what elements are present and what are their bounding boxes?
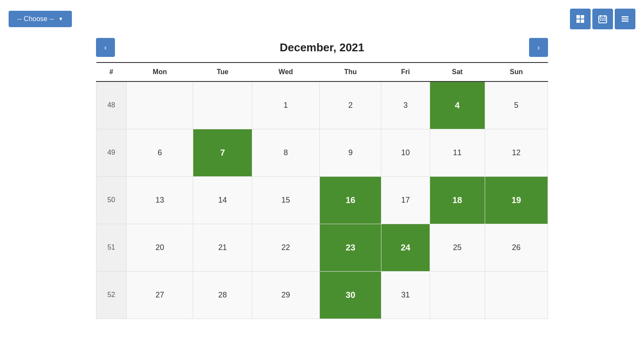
- month-nav: ‹ December, 2021 ›: [96, 38, 548, 57]
- col-header-wed: Wed: [252, 63, 320, 81]
- prev-icon: ‹: [104, 43, 107, 52]
- calendar-cell[interactable]: 10: [381, 129, 430, 176]
- calendar-cell[interactable]: 18: [430, 176, 485, 224]
- calendar-cell[interactable]: 16: [320, 176, 381, 224]
- calendar-cell: [193, 81, 252, 129]
- list-view-button[interactable]: [615, 9, 635, 29]
- calendar-cell[interactable]: 4: [430, 81, 485, 129]
- calendar-cell[interactable]: 28: [193, 271, 252, 319]
- week-number: 48: [96, 81, 127, 129]
- month-title: December, 2021: [280, 41, 365, 54]
- svg-rect-8: [600, 19, 601, 21]
- prev-month-button[interactable]: ‹: [96, 38, 115, 57]
- calendar-cell[interactable]: 6: [127, 129, 193, 176]
- calendar-cell[interactable]: 12: [485, 129, 548, 176]
- svg-rect-10: [604, 19, 606, 21]
- calendar-cell[interactable]: 1: [252, 81, 320, 129]
- week-number: 50: [96, 176, 127, 224]
- calendar-icon: [598, 14, 607, 24]
- calendar-cell[interactable]: 29: [252, 271, 320, 319]
- svg-rect-9: [602, 19, 604, 21]
- calendar-cell[interactable]: 20: [127, 224, 193, 271]
- col-header-sun: Sun: [485, 63, 548, 81]
- calendar-table: #MonTueWedThuFriSatSun 48123454967891011…: [96, 62, 548, 319]
- svg-rect-0: [576, 15, 580, 19]
- choose-label: -- Choose --: [17, 15, 54, 23]
- calendar-cell[interactable]: 23: [320, 224, 381, 271]
- col-header-mon: Mon: [127, 63, 193, 81]
- week-number: 49: [96, 129, 127, 176]
- calendar-view-button[interactable]: [592, 9, 613, 29]
- grid-view-button[interactable]: [570, 9, 591, 29]
- next-month-button[interactable]: ›: [529, 38, 548, 57]
- calendar-row: 5013141516171819: [96, 176, 548, 224]
- calendar-cell[interactable]: 13: [127, 176, 193, 224]
- calendar-wrapper: ‹ December, 2021 › #MonTueWedThuFriSatSu…: [96, 38, 548, 319]
- calendar-cell[interactable]: 17: [381, 176, 430, 224]
- choose-button[interactable]: -- Choose -- ▼: [9, 11, 72, 27]
- calendar-cell[interactable]: 5: [485, 81, 548, 129]
- calendar-cell[interactable]: 7: [193, 129, 252, 176]
- calendar-cell[interactable]: 30: [320, 271, 381, 319]
- calendar-row: 496789101112: [96, 129, 548, 176]
- calendar-cell: [485, 271, 548, 319]
- calendar-cell[interactable]: 21: [193, 224, 252, 271]
- next-icon: ›: [537, 43, 540, 52]
- calendar-row: 522728293031: [96, 271, 548, 319]
- list-icon: [620, 14, 630, 24]
- calendar-cell[interactable]: 27: [127, 271, 193, 319]
- calendar-cell[interactable]: 11: [430, 129, 485, 176]
- calendar-header-row: #MonTueWedThuFriSatSun: [96, 63, 548, 81]
- calendar-cell[interactable]: 19: [485, 176, 548, 224]
- calendar-cell[interactable]: 15: [252, 176, 320, 224]
- col-header-fri: Fri: [381, 63, 430, 81]
- svg-rect-3: [581, 19, 584, 23]
- chevron-down-icon: ▼: [58, 16, 63, 22]
- calendar-cell[interactable]: 31: [381, 271, 430, 319]
- calendar-cell[interactable]: 26: [485, 224, 548, 271]
- calendar-cell: [127, 81, 193, 129]
- calendar-cell[interactable]: 3: [381, 81, 430, 129]
- calendar-cell: [430, 271, 485, 319]
- calendar-cell[interactable]: 22: [252, 224, 320, 271]
- calendar-row: 5120212223242526: [96, 224, 548, 271]
- view-buttons: [570, 9, 635, 29]
- svg-rect-1: [581, 15, 584, 19]
- calendar-row: 4812345: [96, 81, 548, 129]
- grid-icon: [576, 14, 585, 24]
- calendar-cell[interactable]: 14: [193, 176, 252, 224]
- calendar-cell[interactable]: 2: [320, 81, 381, 129]
- week-number: 52: [96, 271, 127, 319]
- col-header-#: #: [96, 63, 127, 81]
- col-header-sat: Sat: [430, 63, 485, 81]
- svg-rect-2: [576, 19, 580, 23]
- calendar-cell[interactable]: 9: [320, 129, 381, 176]
- col-header-tue: Tue: [193, 63, 252, 81]
- calendar-cell[interactable]: 24: [381, 224, 430, 271]
- col-header-thu: Thu: [320, 63, 381, 81]
- calendar-cell[interactable]: 25: [430, 224, 485, 271]
- top-bar: -- Choose -- ▼: [9, 9, 635, 29]
- calendar-cell[interactable]: 8: [252, 129, 320, 176]
- week-number: 51: [96, 224, 127, 271]
